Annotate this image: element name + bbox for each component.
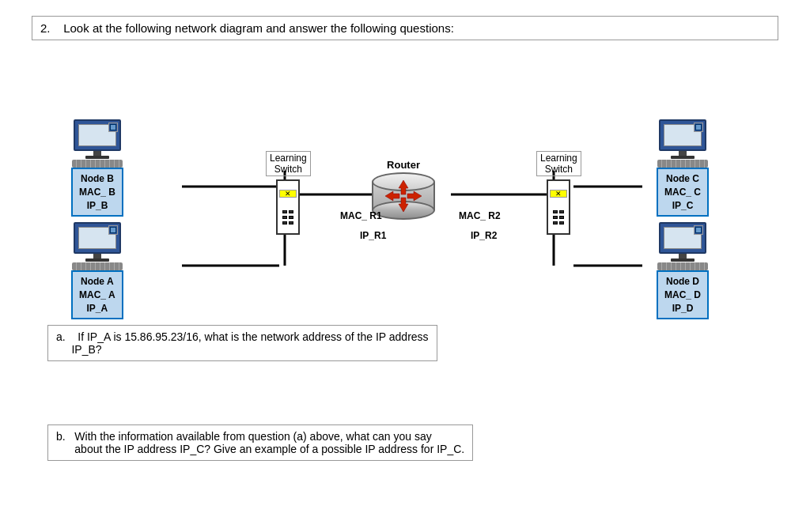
left-switch: LearningSwitch ✕ [266, 151, 311, 235]
right-switch-port [559, 210, 564, 213]
mac-r1-label: MAC_ R1 [340, 210, 382, 221]
node-a-monitor [74, 222, 121, 254]
router-arrows [384, 179, 423, 213]
node-c-monitor [659, 119, 706, 151]
left-switch-port [289, 216, 293, 219]
question-a-text: If IP_A is 15.86.95.23/16, what is the n… [56, 330, 429, 356]
left-switch-port [282, 221, 287, 224]
left-switch-port [282, 210, 287, 213]
node-d-monitor [659, 222, 706, 254]
svg-marker-12 [385, 191, 399, 201]
node-d-keyboard [657, 262, 708, 270]
right-switch-port [553, 216, 558, 219]
svg-marker-13 [407, 191, 422, 201]
right-switch-body: ✕ [547, 179, 570, 235]
right-switch-indicator: ✕ [550, 190, 567, 198]
right-switch-port [559, 221, 564, 224]
left-switch-body: ✕ [276, 179, 300, 235]
svg-marker-11 [399, 198, 408, 212]
right-switch-port [553, 221, 558, 224]
questions-section: a. If IP_A is 15.86.95.23/16, what is th… [32, 325, 778, 461]
node-d: Node DMAC_ DIP_D [657, 222, 709, 321]
node-c-label: Node CMAC_ CIP_C [657, 168, 709, 217]
right-switch-ports [553, 210, 564, 224]
node-c-base [671, 156, 695, 159]
svg-marker-10 [399, 180, 408, 194]
node-a: Node AMAC_ AIP_A [71, 222, 123, 321]
question-number: 2. [40, 21, 51, 35]
node-d-label: Node DMAC_ DIP_D [657, 270, 709, 319]
node-c-keyboard [657, 160, 708, 168]
left-switch-label: LearningSwitch [266, 151, 311, 176]
right-switch-port [559, 216, 564, 219]
node-a-base [85, 258, 109, 262]
node-a-label: Node AMAC_ AIP_A [71, 270, 123, 319]
left-switch-port [289, 210, 293, 213]
network-diagram: Node BMAC_ BIP_B Node AMAC_ AIP_A Learni… [32, 56, 791, 309]
right-switch: LearningSwitch ✕ [536, 151, 581, 235]
left-switch-port [282, 216, 287, 219]
router-label: Router [387, 159, 420, 171]
ip-r2-label: IP_R2 [471, 230, 497, 241]
node-b-base [85, 156, 109, 159]
left-switch-ports [282, 210, 293, 224]
right-switch-label: LearningSwitch [536, 151, 581, 176]
question-b: b. With the information available from q… [47, 424, 763, 461]
node-b-label: Node BMAC_ BIP_B [71, 168, 123, 217]
node-d-base [671, 258, 695, 262]
node-c: Node CMAC_ CIP_C [657, 119, 709, 218]
question-a-label: a. [56, 330, 74, 343]
mac-r2-label: MAC_ R2 [459, 210, 501, 221]
left-switch-port [289, 221, 293, 224]
question-b-label: b. [56, 430, 71, 443]
question-a-box: a. If IP_A is 15.86.95.23/16, what is th… [47, 325, 437, 361]
question-intro: Look at the following network diagram an… [63, 21, 454, 35]
node-b-monitor [74, 119, 121, 151]
node-a-keyboard [72, 262, 123, 270]
page: 2. Look at the following network diagram… [0, 0, 810, 492]
node-b: Node BMAC_ BIP_B [71, 119, 123, 218]
ip-r1-label: IP_R1 [360, 230, 386, 241]
left-switch-indicator: ✕ [279, 190, 297, 198]
question-b-text: With the information available from ques… [56, 430, 464, 455]
right-switch-port [553, 210, 558, 213]
node-b-keyboard [72, 160, 123, 168]
question-header: 2. Look at the following network diagram… [32, 16, 778, 40]
question-a: a. If IP_A is 15.86.95.23/16, what is th… [47, 325, 763, 361]
question-b-box: b. With the information available from q… [47, 424, 473, 461]
